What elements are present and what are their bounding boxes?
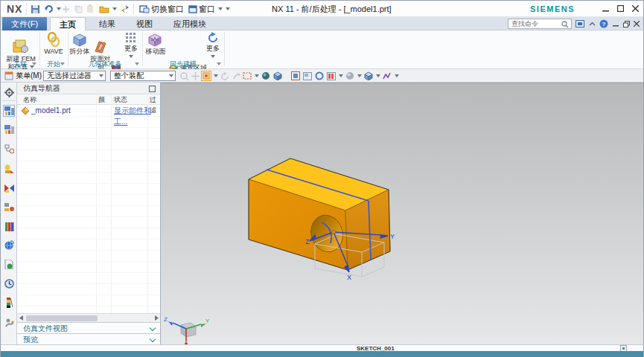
render-style-caret[interactable] <box>357 74 362 77</box>
open-folder-icon <box>99 4 109 13</box>
cue-status-bar: SKETCH_001 <box>1 344 643 351</box>
manager-navigator-tab[interactable] <box>3 201 15 213</box>
prepare-more-button[interactable]: 更多 <box>121 32 141 60</box>
split-body-button[interactable]: 拆分体 <box>69 32 90 55</box>
assembly-navigator-tab[interactable] <box>3 143 15 155</box>
tab-file[interactable]: 文件(F) <box>2 17 47 30</box>
tab-view[interactable]: 视图 <box>127 17 162 30</box>
siemens-logo: SIEMENS <box>530 4 575 13</box>
doc-close-button[interactable] <box>631 19 642 29</box>
selection-filter-dropdown[interactable]: 无选择过滤器 <box>43 71 106 81</box>
zoom-window-button[interactable] <box>302 71 313 81</box>
fit-view-button[interactable] <box>290 71 301 81</box>
show-hide-button[interactable] <box>261 71 271 81</box>
tab-home[interactable]: 主页 <box>50 17 86 30</box>
navigator-title: 仿真导航器 <box>17 83 160 94</box>
qat-customize-button[interactable] <box>226 3 230 15</box>
horizontal-scrollbar[interactable] <box>17 313 160 322</box>
sync-more-icon <box>207 32 219 44</box>
group-label-context[interactable]: 关联 <box>1 60 39 69</box>
maximize-icon <box>617 5 624 12</box>
full-screen-button[interactable] <box>575 19 585 29</box>
reuse-library-tab[interactable] <box>3 220 15 232</box>
resource-bar-options-button[interactable] <box>3 86 15 98</box>
window-menu-label: 窗口 <box>199 4 215 15</box>
scroll-left-icon[interactable] <box>17 315 25 322</box>
simulation-navigator-panel: 仿真导航器 名称 颜 状态 过滤 _model1.prt 显示部件和工... <box>17 83 161 344</box>
minimize-button[interactable] <box>599 2 612 15</box>
more-grid-icon <box>125 32 137 44</box>
color-bar-icon <box>5 298 13 308</box>
group-label-synchronous-modeling[interactable]: 同步建模 <box>142 60 224 69</box>
view-orientation-button[interactable] <box>363 71 374 81</box>
visualization-caret[interactable] <box>395 74 399 77</box>
tree-row-model1[interactable]: _model1.prt 显示部件和工... <box>17 105 160 116</box>
snap-point-button[interactable] <box>201 71 211 81</box>
column-color[interactable]: 颜 <box>98 94 105 105</box>
window-layout-button[interactable] <box>326 71 337 81</box>
minimize-icon <box>602 5 609 12</box>
visualization-button[interactable] <box>382 71 392 81</box>
sync-more-button[interactable]: 更多 <box>203 32 223 60</box>
switch-window-label: 切换窗口 <box>151 4 184 15</box>
snap-point-caret[interactable] <box>214 74 218 77</box>
refresh-view-button[interactable] <box>314 71 325 81</box>
scrollbar-thumb[interactable] <box>26 315 98 321</box>
view-triad: Z Y X <box>164 316 210 345</box>
window-swap-button[interactable] <box>120 3 130 15</box>
graphics-viewport[interactable]: Z Y X Z Y X <box>161 83 643 344</box>
top-border-bar: 菜单(M) 无选择过滤器 整个装配 <box>1 69 643 83</box>
selection-scope-dropdown[interactable]: 整个装配 <box>110 71 176 81</box>
color-palette-tab[interactable] <box>3 297 15 309</box>
maximize-button[interactable] <box>613 2 627 15</box>
help-button[interactable]: ? <box>599 19 609 29</box>
minimize-ribbon-button[interactable] <box>587 19 597 29</box>
search-icon[interactable] <box>561 21 569 28</box>
wcs-y-label: Y <box>390 233 395 240</box>
open-button[interactable] <box>99 3 117 15</box>
history-palette-tab[interactable] <box>3 277 15 289</box>
simulation-navigator-tab[interactable] <box>3 105 15 117</box>
column-status[interactable]: 状态 <box>114 94 127 105</box>
view-orientation-caret[interactable] <box>376 74 380 77</box>
post-processing-navigator-tab[interactable] <box>3 123 15 135</box>
window-menu-button[interactable]: 窗口 <box>188 3 223 15</box>
window-layout-caret[interactable] <box>339 74 343 77</box>
switch-window-button[interactable]: 切换窗口 <box>139 3 184 15</box>
triad-y-label: Y <box>205 318 210 324</box>
move-face-button[interactable]: 移动面 <box>144 32 167 55</box>
marquee-select-caret[interactable] <box>255 74 259 77</box>
cut-button <box>62 3 70 15</box>
copy-icon <box>74 4 83 13</box>
new-fem-icon <box>12 39 30 54</box>
marquee-select-button[interactable] <box>242 71 252 81</box>
doc-restore-button[interactable] <box>621 19 631 29</box>
wave-button[interactable]: WAVE <box>41 32 66 55</box>
paste-icon <box>86 4 95 13</box>
tab-application[interactable]: 应用模块 <box>165 17 215 30</box>
roles-tab[interactable] <box>3 316 15 328</box>
swap-icon <box>120 4 130 13</box>
group-label-geometry-prep[interactable]: 几何体准备 <box>68 60 142 69</box>
hd3d-tools-tab[interactable] <box>3 258 15 270</box>
move-face-icon <box>147 32 165 47</box>
render-style-button[interactable] <box>345 71 355 81</box>
panel-window-icon[interactable] <box>149 86 156 92</box>
web-browser-tab[interactable] <box>3 239 15 251</box>
tab-results[interactable]: 结果 <box>90 17 124 30</box>
column-name[interactable]: 名称 <box>23 94 36 105</box>
shaded-display-button[interactable] <box>272 71 283 81</box>
section-simulation-file-view[interactable]: 仿真文件视图 <box>17 322 160 333</box>
scroll-right-icon[interactable] <box>153 315 160 322</box>
comparison-navigator-tab[interactable] <box>3 182 15 194</box>
durability-navigator-tab[interactable] <box>3 163 15 175</box>
save-button[interactable] <box>31 3 40 15</box>
doc-minimize-button[interactable] <box>610 19 621 29</box>
reuse-library-icon <box>4 222 14 231</box>
ribbon: 新建 FEM 和仿真 关联 WAVE 开始 拆分体 按面对创 建中面 <box>1 30 643 69</box>
undo-button[interactable] <box>44 3 61 15</box>
close-button[interactable] <box>628 2 642 15</box>
section-preview[interactable]: 预览 <box>17 333 160 344</box>
group-label-start[interactable]: 开始 <box>39 60 68 69</box>
midsurface-icon <box>92 39 109 54</box>
